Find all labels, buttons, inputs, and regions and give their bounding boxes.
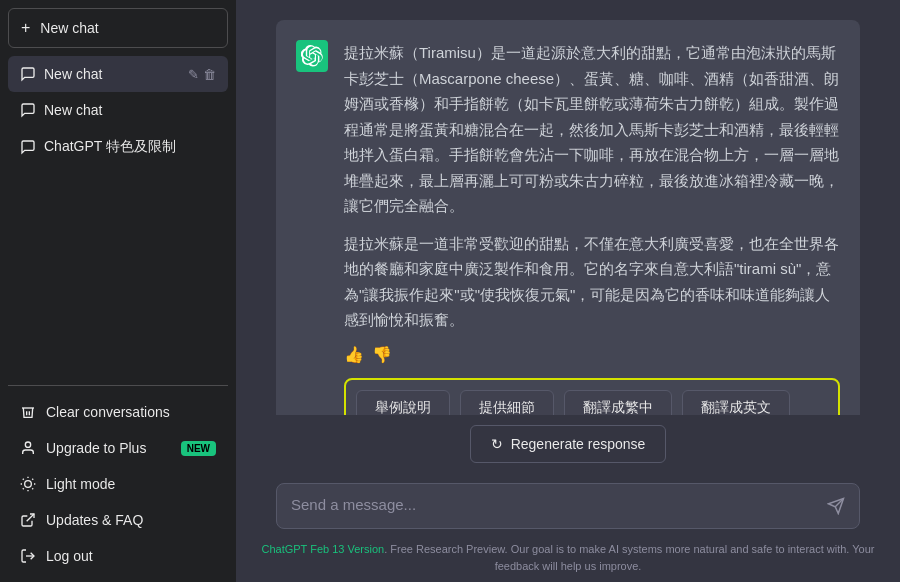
- sidebar-bottom: Clear conversations Upgrade to Plus NEW: [8, 385, 228, 574]
- input-area: [236, 473, 900, 535]
- svg-point-1: [25, 481, 32, 488]
- message-feedback-buttons: 👍 👎: [344, 345, 840, 364]
- action-btn-3[interactable]: 翻譯成英文: [682, 390, 790, 416]
- user-icon: [20, 440, 36, 456]
- footer-description: . Free Research Preview. Our goal is to …: [384, 543, 874, 572]
- input-box: [276, 483, 860, 529]
- sidebar: + New chat New chat ✎ 🗑 New chat: [0, 0, 236, 582]
- conversation-list: New chat ✎ 🗑 New chat ChatGPT 特色及限制: [8, 56, 228, 385]
- logout-label: Log out: [46, 548, 93, 564]
- regenerate-icon: ↻: [491, 436, 503, 452]
- sun-icon: [20, 476, 36, 492]
- new-badge: NEW: [181, 441, 216, 456]
- conv-label-1: New chat: [44, 66, 102, 82]
- chat-icon-1: [20, 66, 36, 82]
- svg-line-10: [27, 514, 34, 521]
- action-btn-1[interactable]: 提供細節: [460, 390, 554, 416]
- trash-icon: [20, 404, 36, 420]
- chat-icon-2: [20, 102, 36, 118]
- message-para-2: 提拉米蘇是一道非常受歡迎的甜點，不僅在意大利廣受喜愛，也在全世界各地的餐廳和家庭…: [344, 231, 840, 333]
- gpt-logo-icon: [301, 45, 323, 67]
- upgrade-plus-button[interactable]: Upgrade to Plus NEW: [8, 430, 228, 466]
- main-content: 提拉米蘇（Tiramisu）是一道起源於意大利的甜點，它通常由泡沫狀的馬斯卡彭芝…: [236, 0, 900, 582]
- assistant-avatar: [296, 40, 328, 72]
- send-button[interactable]: [827, 497, 845, 515]
- logout-icon: [20, 548, 36, 564]
- clear-conversations-button[interactable]: Clear conversations: [8, 394, 228, 430]
- svg-line-9: [32, 479, 33, 480]
- svg-point-0: [25, 442, 30, 447]
- regenerate-label: Regenerate response: [511, 436, 646, 452]
- upgrade-plus-label: Upgrade to Plus: [46, 440, 146, 456]
- chat-input[interactable]: [291, 494, 819, 518]
- logout-button[interactable]: Log out: [8, 538, 228, 574]
- sidebar-conv-item-1[interactable]: New chat ✎ 🗑: [8, 56, 228, 92]
- send-icon: [827, 497, 845, 515]
- light-mode-button[interactable]: Light mode: [8, 466, 228, 502]
- assistant-message-1: 提拉米蘇（Tiramisu）是一道起源於意大利的甜點，它通常由泡沫狀的馬斯卡彭芝…: [276, 20, 860, 415]
- clear-conversations-label: Clear conversations: [46, 404, 170, 420]
- thumbs-up-button[interactable]: 👍: [344, 345, 364, 364]
- action-btn-0[interactable]: 舉例說明: [356, 390, 450, 416]
- conv-label-2: New chat: [44, 102, 102, 118]
- footer-version-link[interactable]: ChatGPT Feb 13 Version: [261, 543, 384, 555]
- svg-line-8: [23, 488, 24, 489]
- conv-label-3: ChatGPT 特色及限制: [44, 138, 176, 156]
- chat-area: 提拉米蘇（Tiramisu）是一道起源於意大利的甜點，它通常由泡沫狀的馬斯卡彭芝…: [236, 0, 900, 415]
- updates-faq-button[interactable]: Updates & FAQ: [8, 502, 228, 538]
- action-btn-2[interactable]: 翻譯成繁中: [564, 390, 672, 416]
- regenerate-button[interactable]: ↻ Regenerate response: [470, 425, 667, 463]
- new-chat-top-button[interactable]: + New chat: [8, 8, 228, 48]
- thumbs-down-button[interactable]: 👎: [372, 345, 392, 364]
- sidebar-conv-item-3[interactable]: ChatGPT 特色及限制: [8, 128, 228, 166]
- plus-icon: +: [21, 19, 30, 37]
- chat-icon-3: [20, 139, 36, 155]
- edit-icon-1[interactable]: ✎: [188, 67, 199, 82]
- footer-text: ChatGPT Feb 13 Version. Free Research Pr…: [236, 535, 900, 582]
- light-mode-label: Light mode: [46, 476, 115, 492]
- message-para-1: 提拉米蘇（Tiramisu）是一道起源於意大利的甜點，它通常由泡沫狀的馬斯卡彭芝…: [344, 40, 840, 219]
- svg-line-5: [32, 488, 33, 489]
- sidebar-conv-item-2[interactable]: New chat: [8, 92, 228, 128]
- new-chat-top-label: New chat: [40, 20, 98, 36]
- svg-line-4: [23, 479, 24, 480]
- external-icon: [20, 512, 36, 528]
- assistant-message-content-1: 提拉米蘇（Tiramisu）是一道起源於意大利的甜點，它通常由泡沫狀的馬斯卡彭芝…: [344, 40, 840, 415]
- regenerate-area: ↻ Regenerate response: [236, 415, 900, 473]
- conv-actions-1: ✎ 🗑: [188, 67, 216, 82]
- updates-faq-label: Updates & FAQ: [46, 512, 143, 528]
- action-buttons-group: 舉例說明 提供細節 翻譯成繁中 翻譯成英文: [344, 378, 840, 416]
- delete-icon-1[interactable]: 🗑: [203, 67, 216, 82]
